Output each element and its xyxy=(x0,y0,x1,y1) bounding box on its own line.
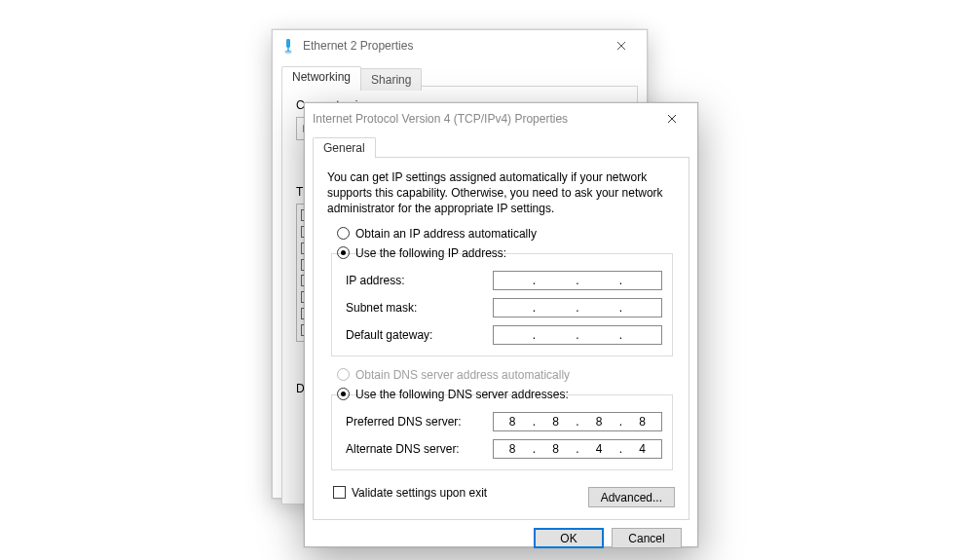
radio-label: Use the following IP address: xyxy=(355,246,506,260)
network-adapter-icon xyxy=(280,38,296,54)
tabstrip: General xyxy=(313,137,689,158)
alternate-dns-input[interactable]: 8. 8. 4. 4 xyxy=(493,439,662,459)
subnet-mask-label: Subnet mask: xyxy=(346,301,493,315)
ok-button[interactable]: OK xyxy=(534,528,604,548)
radio-icon xyxy=(337,368,350,381)
radio-icon xyxy=(337,227,350,240)
preferred-dns-label: Preferred DNS server: xyxy=(346,415,493,429)
ip-fieldset: IP address: . . . Subnet mask: . . xyxy=(331,253,673,356)
preferred-dns-input[interactable]: 8. 8. 8. 8 xyxy=(493,412,662,431)
radio-dns-auto: Obtain DNS server address automatically xyxy=(337,368,675,382)
tab-label: Networking xyxy=(292,70,351,84)
tab-networking[interactable]: Networking xyxy=(281,66,361,87)
info-text: You can get IP settings assigned automat… xyxy=(327,169,675,217)
radio-dns-manual[interactable]: Use the following DNS server addresses: xyxy=(337,388,675,401)
tab-sharing[interactable]: Sharing xyxy=(360,68,422,91)
dialog-footer: OK Cancel xyxy=(313,520,689,548)
tabpanel-general: You can get IP settings assigned automat… xyxy=(313,157,689,520)
radio-label: Obtain DNS server address automatically xyxy=(355,368,570,382)
default-gateway-input[interactable]: . . . xyxy=(493,325,662,345)
ip-address-label: IP address: xyxy=(346,274,493,287)
cancel-button[interactable]: Cancel xyxy=(612,528,682,548)
window-title: Internet Protocol Version 4 (TCP/IPv4) P… xyxy=(313,112,650,126)
ipv4-properties-window: Internet Protocol Version 4 (TCP/IPv4) P… xyxy=(304,102,698,547)
checkbox-icon xyxy=(333,486,346,499)
tab-general[interactable]: General xyxy=(313,137,376,158)
tab-label: Sharing xyxy=(371,73,411,87)
radio-ip-manual[interactable]: Use the following IP address: xyxy=(337,246,675,260)
radio-icon xyxy=(337,388,350,400)
subnet-mask-input[interactable]: . . . xyxy=(493,298,662,317)
default-gateway-label: Default gateway: xyxy=(346,328,493,342)
window-title: Ethernet 2 Properties xyxy=(303,39,599,53)
radio-ip-auto[interactable]: Obtain an IP address automatically xyxy=(337,227,675,241)
dns-fieldset: Preferred DNS server: 8. 8. 8. 8 Alterna… xyxy=(331,394,673,470)
advanced-button[interactable]: Advanced... xyxy=(588,487,675,507)
radio-label: Obtain an IP address automatically xyxy=(355,227,537,241)
alternate-dns-label: Alternate DNS server: xyxy=(346,442,493,456)
ip-address-input[interactable]: . . . xyxy=(493,271,662,290)
svg-rect-0 xyxy=(286,39,290,48)
close-icon xyxy=(667,114,677,124)
close-button[interactable] xyxy=(650,105,693,132)
tab-label: General xyxy=(323,141,365,155)
svg-point-2 xyxy=(285,51,291,53)
radio-label: Use the following DNS server addresses: xyxy=(355,388,569,401)
checkbox-label: Validate settings upon exit xyxy=(352,486,487,500)
close-button[interactable] xyxy=(599,32,643,59)
close-icon xyxy=(616,41,626,51)
titlebar[interactable]: Internet Protocol Version 4 (TCP/IPv4) P… xyxy=(305,103,697,134)
radio-icon xyxy=(337,246,350,259)
titlebar[interactable]: Ethernet 2 Properties xyxy=(273,30,647,61)
tabstrip: Networking Sharing xyxy=(281,66,638,87)
